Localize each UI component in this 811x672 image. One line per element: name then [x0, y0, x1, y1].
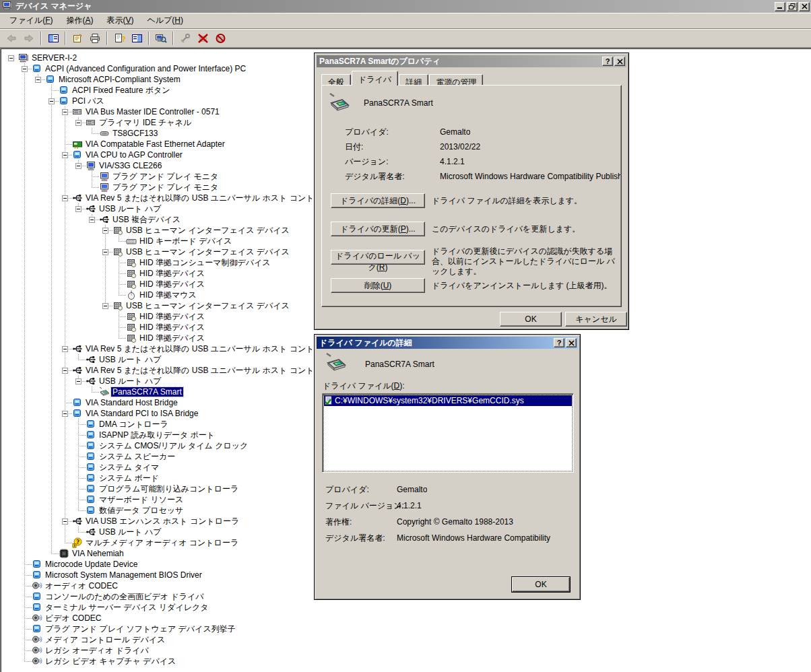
- tab-driver-active[interactable]: ドライバ: [352, 71, 398, 86]
- expand-toggle[interactable]: [102, 228, 108, 234]
- show-console-tree-icon[interactable]: [45, 31, 61, 46]
- minimize-button[interactable]: [775, 2, 785, 11]
- expand-toggle[interactable]: [35, 77, 41, 83]
- menu-item[interactable]: 操作(A): [59, 12, 100, 29]
- tree-item[interactable]: メディア コントロール デバイス: [2, 634, 811, 645]
- tree-item[interactable]: ターミナル サーバー デバイス リダイレクタ: [2, 602, 811, 613]
- back-icon[interactable]: [3, 31, 20, 46]
- driver-file-row[interactable]: C:¥WINDOWS¥system32¥DRIVERS¥GemCCID.sys: [324, 395, 572, 406]
- forward-icon[interactable]: [21, 31, 37, 46]
- expand-toggle[interactable]: [62, 195, 68, 201]
- tree-guide: [24, 74, 25, 85]
- scan-hardware-icon[interactable]: [153, 31, 169, 46]
- usb-controller-icon: [72, 343, 83, 354]
- tree-guide: [24, 85, 25, 96]
- system-device-icon: [32, 559, 42, 570]
- toolbar-separator: [106, 32, 108, 45]
- tree-guide: [51, 483, 52, 494]
- print-icon[interactable]: [87, 31, 103, 46]
- update-driver-icon[interactable]: [177, 31, 193, 46]
- tree-item-label: VIA/S3G CLE266: [98, 161, 163, 170]
- action-button[interactable]: ドライバの更新(P)...: [331, 222, 425, 236]
- unknown-device-icon: ?: [72, 537, 83, 548]
- window-titlebar: デバイス マネージャ: [0, 0, 811, 13]
- tree-item[interactable]: レガシ オーディオ ドライバ: [2, 645, 811, 656]
- tree-guide: [65, 290, 65, 300]
- action-description: ドライバ ファイルの詳細を表示します。: [432, 196, 618, 206]
- expand-toggle[interactable]: [62, 518, 68, 525]
- restore-button[interactable]: [787, 2, 798, 11]
- toolbar-separator: [40, 32, 42, 45]
- tree-guide: [51, 354, 52, 365]
- expand-toggle[interactable]: [102, 249, 108, 255]
- menu-item[interactable]: 表示(V): [100, 12, 140, 29]
- close-button[interactable]: [614, 57, 625, 66]
- expand-toggle[interactable]: [102, 303, 108, 309]
- tree-item[interactable]: プラグ アンド プレイ ソフトウェア デバイス列挙子: [2, 624, 811, 634]
- action-button[interactable]: 削除(U): [331, 278, 425, 293]
- help-button[interactable]: ?: [602, 57, 613, 66]
- tree-guide: [24, 149, 25, 160]
- close-button[interactable]: [566, 338, 577, 347]
- tree-item-label: VIA CPU to AGP Controller: [84, 150, 184, 160]
- tree-guide: [105, 279, 106, 290]
- tree-guide: [51, 236, 52, 246]
- device-name: PanaSCR7A Smart: [365, 359, 434, 370]
- cancel-button[interactable]: キャンセル: [565, 312, 627, 327]
- expand-toggle[interactable]: [75, 120, 82, 126]
- tree-guide: [24, 408, 25, 419]
- tree-item[interactable]: ビデオ CODEC: [2, 613, 811, 624]
- tree-guide: [65, 225, 65, 236]
- monitor-icon: [99, 182, 110, 193]
- expand-toggle[interactable]: [62, 368, 68, 374]
- tree-guide: [65, 440, 65, 451]
- tree-item-label: VIA Compatable Fast Ethernet Adapter: [84, 139, 226, 149]
- expand-toggle[interactable]: [75, 378, 82, 384]
- tree-guide: [51, 387, 52, 397]
- hid-device-icon: [126, 268, 137, 279]
- tree-guide: [24, 106, 25, 117]
- show-action-pane-icon[interactable]: [129, 31, 145, 46]
- tree-item-label: システム スピーカー: [98, 452, 176, 461]
- help-button[interactable]: ?: [554, 338, 564, 347]
- expand-toggle[interactable]: [62, 346, 68, 352]
- field-label: デジタル署名者:: [325, 533, 385, 543]
- svg-text:?: ?: [76, 539, 79, 545]
- ok-button[interactable]: OK: [500, 312, 562, 327]
- tree-guide: [51, 527, 52, 537]
- tree-guide: [51, 246, 52, 257]
- action-button[interactable]: ドライバのロール バック(R): [331, 250, 425, 265]
- system-device-icon: [86, 483, 96, 494]
- help-icon[interactable]: ?: [111, 31, 127, 46]
- processor-icon: [59, 548, 69, 559]
- expand-toggle[interactable]: [62, 411, 68, 417]
- device-name: PanaSCR7A Smart: [364, 98, 433, 108]
- tree-guide: [24, 440, 25, 451]
- disable-device-icon[interactable]: [195, 31, 211, 46]
- close-button[interactable]: [799, 2, 810, 11]
- tree-guide: [65, 214, 65, 225]
- expand-toggle[interactable]: [89, 217, 95, 223]
- tree-item[interactable]: レガシ ビデオ キャプチャ デバイス: [2, 656, 811, 667]
- tree-item-label: USB ルート ハブ: [98, 376, 162, 386]
- media-device-icon: [32, 634, 42, 645]
- menu-item[interactable]: ファイル(F): [3, 12, 59, 29]
- tree-item-label: USB ヒューマン インターフェイス デバイス: [125, 226, 291, 235]
- ok-button[interactable]: OK: [512, 577, 570, 592]
- menu-item[interactable]: ヘルプ(H): [141, 12, 191, 29]
- properties-icon[interactable]: [69, 31, 86, 46]
- display-adapter-icon: [86, 160, 96, 171]
- uninstall-device-icon[interactable]: [212, 31, 228, 46]
- tree-guide: [51, 365, 52, 376]
- tree-guide: [24, 322, 25, 333]
- expand-toggle[interactable]: [62, 109, 68, 115]
- expand-toggle[interactable]: [75, 163, 82, 169]
- hid-device-icon: [112, 246, 123, 257]
- action-button[interactable]: ドライバの詳細(D)...: [331, 193, 425, 208]
- expand-toggle[interactable]: [8, 55, 14, 61]
- expand-toggle[interactable]: [48, 98, 55, 104]
- driver-files-list[interactable]: C:¥WINDOWS¥system32¥DRIVERS¥GemCCID.sys: [322, 393, 574, 473]
- expand-toggle[interactable]: [62, 152, 68, 158]
- expand-toggle[interactable]: [75, 206, 82, 212]
- expand-toggle[interactable]: [22, 66, 28, 72]
